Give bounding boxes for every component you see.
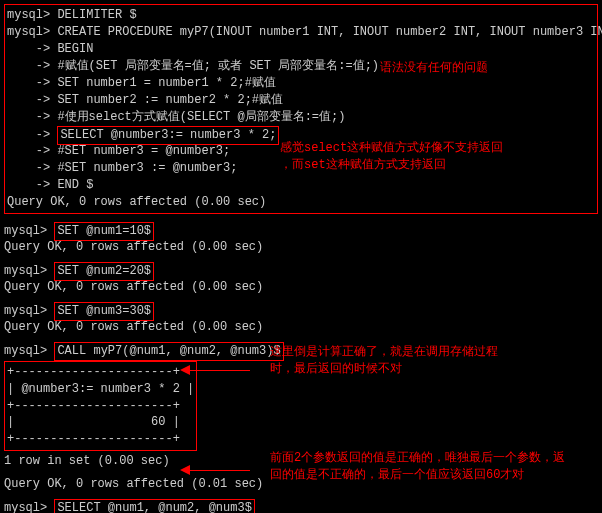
result-table-1: +----------------------+ | @number3:= nu… [4, 361, 197, 451]
set-num2-cmd[interactable]: SET @num2=20$ [54, 262, 154, 281]
arrow-icon [180, 365, 190, 375]
query-result: Query OK, 0 rows affected (0.00 sec) [4, 239, 598, 256]
set-num1-line: mysql> SET @num1=10$ [4, 222, 598, 239]
prompt-arrow: -> [7, 128, 57, 142]
table-border: +----------------------+ [7, 431, 194, 448]
arrow-line [190, 370, 250, 371]
table-border: +----------------------+ [7, 398, 194, 415]
set-num2-line: mysql> SET @num2=20$ [4, 262, 598, 279]
terminal-line: -> #赋值(SET 局部变量名=值; 或者 SET 局部变量名:=值;) [7, 58, 595, 75]
select-cmd[interactable]: SELECT @num1, @num2, @num3$ [54, 499, 254, 513]
table-border: +----------------------+ [7, 364, 194, 381]
mysql-prompt: mysql> [4, 264, 54, 278]
mysql-prompt: mysql> [4, 344, 54, 358]
set-num3-line: mysql> SET @num3=30$ [4, 302, 598, 319]
terminal-line: -> #使用select方式赋值(SELECT @局部变量名:=值;) [7, 109, 595, 126]
mysql-prompt: mysql> [4, 304, 54, 318]
terminal-line: -> SET number1 = number1 * 2;#赋值 [7, 75, 595, 92]
table-row: | 60 | [7, 414, 194, 431]
arrow-line [190, 470, 250, 471]
call-cmd[interactable]: CALL myP7(@num1, @num2, @num3)$ [54, 342, 283, 361]
annotation-wrong-result-1: 前面2个参数返回的值是正确的，唯独最后一个参数，返 [270, 450, 565, 467]
terminal-line: -> SET number2 := number2 * 2;#赋值 [7, 92, 595, 109]
annotation-calc-correct-2: 时，最后返回的时候不对 [270, 361, 402, 378]
create-procedure-block: mysql> DELIMITER $ mysql> CREATE PROCEDU… [4, 4, 598, 214]
terminal-line: mysql> CREATE PROCEDURE myP7(INOUT numbe… [7, 24, 595, 41]
terminal-line: -> BEGIN [7, 41, 595, 58]
set-num3-cmd[interactable]: SET @num3=30$ [54, 302, 154, 321]
query-result: Query OK, 0 rows affected (0.00 sec) [4, 279, 598, 296]
annotation-calc-correct-1: 这里倒是计算正确了，就是在调用存储过程 [270, 344, 498, 361]
query-result: Query OK, 0 rows affected (0.00 sec) [7, 194, 595, 211]
annotation-wrong-result-2: 回的值是不正确的，最后一个值应该返回60才对 [270, 467, 524, 484]
select-assign-highlight: SELECT @number3:= number3 * 2; [57, 126, 279, 145]
mysql-prompt: mysql> [4, 224, 54, 238]
table-header: | @number3:= number3 * 2 | [7, 381, 194, 398]
annotation-syntax-ok: 语法没有任何的问题 [380, 60, 488, 77]
annotation-select-issue-1: 感觉select这种赋值方式好像不支持返回 [280, 140, 503, 157]
terminal-line: -> END $ [7, 177, 595, 194]
arrow-icon [180, 465, 190, 475]
mysql-prompt: mysql> [4, 501, 54, 513]
query-result: Query OK, 0 rows affected (0.00 sec) [4, 319, 598, 336]
terminal-line: mysql> DELIMITER $ [7, 7, 595, 24]
annotation-select-issue-2: ，而set这种赋值方式支持返回 [280, 157, 446, 174]
select-line: mysql> SELECT @num1, @num2, @num3$ [4, 499, 598, 513]
set-num1-cmd[interactable]: SET @num1=10$ [54, 222, 154, 241]
